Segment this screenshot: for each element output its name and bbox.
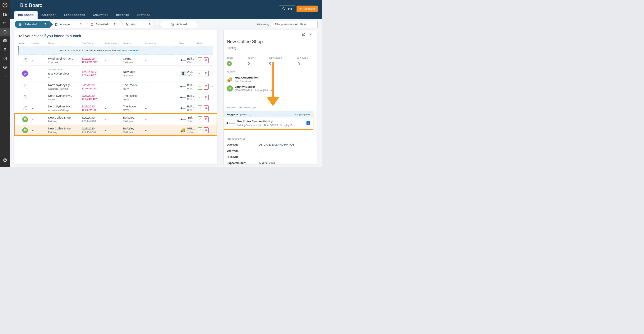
project-name[interactable]: test NDA project <box>48 72 82 75</box>
suggested-opportunity-item[interactable]: New Coffee Shop — (Painting) BuildingCon… <box>224 117 313 129</box>
status-tab-submitted[interactable]: Submitted 11 <box>85 21 120 28</box>
client-contact: Teis... <box>188 120 194 123</box>
table-row[interactable]: @ – GROUP OF 3test NDA project– 12/31/20… <box>18 65 213 81</box>
check-icon <box>199 106 202 110</box>
filter-dropdown[interactable]: All opportunities, All offices <box>272 21 318 28</box>
rail-list[interactable] <box>0 19 10 27</box>
decline-button[interactable] <box>204 116 208 122</box>
accepted-count: 3 <box>80 23 82 26</box>
bar-chart-icon <box>3 74 7 78</box>
assign-placeholder-icon[interactable] <box>22 94 28 101</box>
decline-button[interactable] <box>204 95 208 100</box>
project-trade: Painting <box>48 120 82 123</box>
project-name[interactable]: North Sydney Hy... <box>48 105 82 108</box>
assign-placeholder-icon[interactable] <box>22 105 28 112</box>
buildings-icon <box>3 12 7 16</box>
col-due-date[interactable]: Due Date▲ <box>82 42 105 44</box>
col-comments[interactable]: Comments <box>145 42 179 44</box>
open-external-icon[interactable] <box>302 33 305 36</box>
help-circle-icon[interactable]: ? <box>248 113 252 116</box>
team-member-avatar[interactable]: JB <box>227 61 232 66</box>
col-assign[interactable]: Assign <box>18 42 32 44</box>
tab-bid-board[interactable]: BID BOARD <box>14 11 38 19</box>
panel-subtitle: Painting <box>227 46 317 50</box>
table-row[interactable]: – Wind Turbine Fac...Concrete 3/15/20191… <box>18 55 213 65</box>
rail-offices[interactable] <box>0 10 10 19</box>
find-button[interactable]: Find <box>279 5 295 12</box>
decline-button[interactable] <box>204 71 208 76</box>
row-expand-chevron[interactable] <box>211 128 213 132</box>
row-expand-chevron[interactable] <box>211 72 213 75</box>
rail-bid-board[interactable] <box>0 27 10 36</box>
table-row[interactable]: JB – New Coffee ShopPainting 6/27/20201:… <box>15 114 216 125</box>
app-rail: 18 ? <box>0 0 10 167</box>
assign-placeholder-icon[interactable] <box>22 57 28 64</box>
project-name[interactable]: Wind Turbine Fac... <box>48 57 82 60</box>
project-name[interactable]: North Sydney Hy... <box>48 83 82 87</box>
tab-reports[interactable]: REPORTS <box>112 11 133 19</box>
status-tab-won[interactable]: Won 0 <box>120 21 154 28</box>
col-project-size[interactable]: Project Size <box>105 42 123 44</box>
status-tab-accepted[interactable]: Accepted 3 <box>49 21 85 28</box>
tab-leaderboard[interactable]: LEADERBOARD <box>60 11 89 19</box>
accept-button[interactable] <box>198 116 202 122</box>
col-client[interactable]: Client <box>179 42 197 44</box>
table-row[interactable]: – North Sydney Hy...Acoustical Ceilings … <box>18 103 213 113</box>
accept-button[interactable] <box>198 95 202 100</box>
close-icon[interactable] <box>309 33 312 36</box>
rail-calendar[interactable]: 18 <box>0 36 10 45</box>
bid-invite-button[interactable]: Bid Invite <box>296 5 318 12</box>
slash-circle-icon <box>205 128 208 132</box>
accept-button[interactable] <box>198 84 202 90</box>
client-contact: 3 Co... <box>187 74 194 77</box>
row-expand-chevron[interactable] <box>211 85 213 88</box>
accept-button[interactable] <box>198 127 202 133</box>
project-name[interactable]: New Coffee Shop <box>48 127 82 130</box>
rail-analytics[interactable] <box>0 72 10 80</box>
project-name[interactable]: North Sydney Hy... <box>48 94 82 97</box>
rail-help[interactable]: ? <box>0 156 10 164</box>
client-company-row[interactable]: HRL ConstructionSan Francisco <box>227 76 317 83</box>
row-expand-chevron[interactable] <box>211 118 213 121</box>
decline-button[interactable] <box>204 84 208 90</box>
tab-settings[interactable]: SETTINGS <box>133 11 154 19</box>
list-icon <box>3 21 7 25</box>
group-checkbox[interactable] <box>306 121 310 125</box>
rail-history[interactable] <box>0 63 10 72</box>
col-name[interactable]: Name <box>48 42 82 44</box>
col-location[interactable]: Location <box>123 42 145 44</box>
files-count[interactable]: 0 <box>248 61 269 66</box>
tab-calendar[interactable]: CALENDAR <box>38 11 60 19</box>
client-contact-row[interactable]: JB Johnny Builder(234) 567-8910 | j.buil… <box>227 85 317 92</box>
table-row[interactable]: – North Sydney Hy...Lockers 3/28/202012:… <box>18 92 213 103</box>
rail-contacts[interactable] <box>0 54 10 63</box>
project-name[interactable]: New Coffee Shop <box>48 116 82 119</box>
assignee-avatar[interactable]: JB <box>22 127 28 133</box>
add-bid-invite-link[interactable]: +Add bid invite <box>118 49 139 52</box>
assign-placeholder-icon[interactable] <box>22 83 28 90</box>
project-trade: Acoustical Ceilings <box>48 109 82 112</box>
assignee-avatar[interactable]: JB <box>22 116 28 122</box>
col-number[interactable]: Number <box>32 42 48 44</box>
status-tab-archived[interactable]: Archived <box>160 21 198 28</box>
assignee-avatar[interactable]: @ <box>22 70 28 77</box>
rail-profile[interactable] <box>0 0 10 10</box>
status-tab-undecided[interactable]: Undecided 7 <box>15 21 49 28</box>
row-expand-chevron[interactable] <box>211 59 213 62</box>
group-together-link[interactable]: Group together <box>294 113 310 116</box>
accept-button[interactable] <box>198 71 202 76</box>
row-expand-chevron[interactable] <box>211 106 213 110</box>
table-row[interactable]: – North Sydney Hy...Concrete Flooring 3/… <box>18 81 213 92</box>
decline-button[interactable] <box>204 57 208 63</box>
row-expand-chevron[interactable] <box>211 96 213 99</box>
decline-button[interactable] <box>204 127 208 133</box>
table-row-selected[interactable]: JB – New Coffee ShopPainting 6/27/20204:… <box>15 125 216 135</box>
rail-stamp[interactable] <box>0 45 10 54</box>
bid-form-icon[interactable] <box>297 61 308 66</box>
decline-button[interactable] <box>204 105 208 111</box>
accept-button[interactable] <box>198 57 202 63</box>
comments: – <box>145 107 178 110</box>
messages-count[interactable]: 0 <box>269 61 297 66</box>
tab-analytics[interactable]: ANALYTICS <box>89 11 112 19</box>
accept-button[interactable] <box>198 105 202 111</box>
